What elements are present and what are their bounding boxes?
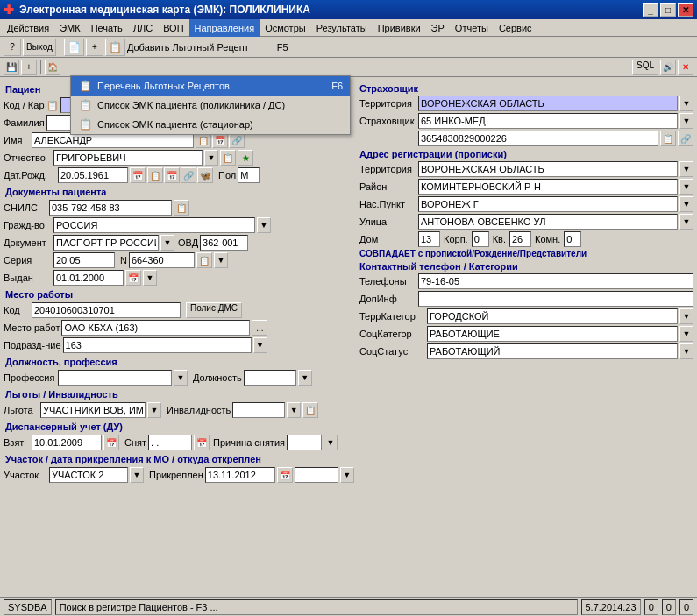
polis-btn1[interactable]: 📋 <box>660 131 676 146</box>
dropdown-item-stacionar[interactable]: 📋 Список ЭМК пациента (стационар) <box>71 115 350 134</box>
rayon-input[interactable] <box>418 179 678 195</box>
add-lgotny-recept-icon[interactable]: 📋 <box>105 39 125 56</box>
komn-input[interactable] <box>564 231 581 247</box>
nas-punkt-input[interactable] <box>418 196 678 212</box>
menu-vop[interactable]: ВОП <box>158 19 188 37</box>
n-btn[interactable]: 📋 <box>196 252 212 268</box>
mesto-extra[interactable]: ... <box>252 320 267 336</box>
rayon-arrow[interactable]: ▼ <box>679 179 693 195</box>
addr-territory-input[interactable] <box>418 161 678 177</box>
snyal-cal[interactable]: 📅 <box>194 435 210 450</box>
dokument-arrow[interactable]: ▼ <box>160 235 174 251</box>
add-button[interactable]: + <box>86 39 103 56</box>
invalidnost-btn[interactable]: 📋 <box>302 402 318 418</box>
terr-kategor-input[interactable] <box>427 308 678 324</box>
otchestvo-input[interactable] <box>53 150 203 166</box>
telefony-input[interactable] <box>418 273 693 289</box>
vydan-arrow[interactable]: ▼ <box>143 270 157 286</box>
uchastok-input[interactable] <box>49 467 128 483</box>
otchestvo-select[interactable]: ▼ <box>204 150 218 166</box>
dom-input[interactable] <box>418 231 440 247</box>
otchestvo-star[interactable]: ★ <box>238 150 253 166</box>
menu-napravleniya[interactable]: Направления <box>189 19 260 37</box>
pol-input[interactable] <box>238 167 260 183</box>
kod-work-input[interactable] <box>32 302 181 318</box>
n-input[interactable] <box>129 252 195 268</box>
terr-kategor-arrow[interactable]: ▼ <box>679 308 693 324</box>
datrodzh-input[interactable] <box>58 167 128 183</box>
prichina-input[interactable] <box>287 435 322 450</box>
uchastok-arrow[interactable]: ▼ <box>130 467 144 483</box>
help-button[interactable]: ? <box>4 39 21 56</box>
otchestvo-icon-btn[interactable]: 📋 <box>220 150 236 166</box>
korp-input[interactable] <box>472 231 489 247</box>
menu-servis[interactable]: Сервис <box>494 19 537 37</box>
prikr-arrow[interactable]: ▼ <box>340 467 354 483</box>
menu-otchety[interactable]: Отчеты <box>450 19 494 37</box>
addr-territory-arrow[interactable]: ▼ <box>679 161 693 177</box>
sql-btn[interactable]: SQL <box>632 60 658 75</box>
ovd-input[interactable] <box>200 235 248 251</box>
plus-btn[interactable]: + <box>21 60 37 75</box>
menu-deystviya[interactable]: Действия <box>2 19 54 37</box>
dolzhnost-input[interactable] <box>244 370 296 386</box>
exit-button[interactable]: Выход <box>23 39 56 56</box>
kv-input[interactable] <box>509 231 531 247</box>
menu-lls[interactable]: ЛЛС <box>128 19 158 37</box>
doc-icon-button[interactable]: 📄 <box>64 39 84 56</box>
soc-status-input[interactable] <box>427 343 678 359</box>
dropdown-item-perechen[interactable]: 📋 Перечень Льготных Рецептов F6 <box>71 76 350 96</box>
ins-territory-input[interactable] <box>418 96 678 111</box>
grazhdanstvo-input[interactable] <box>53 217 255 233</box>
menu-osmotry[interactable]: Осмотры <box>260 19 311 37</box>
polis-dms-btn[interactable]: Полис ДМС <box>186 302 242 318</box>
podrazd-arrow[interactable]: ▼ <box>253 337 267 353</box>
vydan-input[interactable] <box>53 270 124 286</box>
prikr-input[interactable] <box>205 467 275 483</box>
prikr-cal[interactable]: 📅 <box>277 467 293 483</box>
ulitsa-input[interactable] <box>418 214 678 230</box>
home-btn[interactable]: 🏠 <box>45 60 60 75</box>
prikr-extra[interactable] <box>295 467 338 483</box>
professiya-arrow[interactable]: ▼ <box>174 370 188 386</box>
drodzh-b3[interactable]: 🔗 <box>181 167 196 183</box>
sound-btn[interactable]: 🔊 <box>660 60 676 75</box>
menu-emk[interactable]: ЭМК <box>54 19 85 37</box>
menu-pechat[interactable]: Печать <box>86 19 128 37</box>
snyal-input[interactable] <box>148 435 192 450</box>
dropdown-item-poli[interactable]: 📋 Список ЭМК пациента (поликлиника / ДС) <box>71 96 350 115</box>
save-btn[interactable]: 💾 <box>4 60 19 75</box>
mesto-input[interactable] <box>61 320 250 336</box>
drodzh-b1[interactable]: 📋 <box>147 167 163 183</box>
menu-privivki[interactable]: Прививки <box>373 19 426 37</box>
polis-input[interactable] <box>418 131 658 146</box>
maximize-button[interactable]: □ <box>660 3 676 17</box>
dopinf-input[interactable] <box>418 291 693 307</box>
menu-er[interactable]: ЭР <box>426 19 450 37</box>
ulitsa-arrow[interactable]: ▼ <box>679 214 693 230</box>
grazhdanstvo-select[interactable]: ▼ <box>257 217 271 233</box>
podrazd-input[interactable] <box>63 337 252 353</box>
polis-btn2[interactable]: 🔗 <box>678 131 693 146</box>
soc-kategor-input[interactable] <box>427 326 678 342</box>
prichina-arrow[interactable]: ▼ <box>324 435 338 450</box>
soc-kategor-arrow[interactable]: ▼ <box>679 326 693 342</box>
strakhovshik-input[interactable] <box>418 113 678 129</box>
close-button[interactable]: ✕ <box>678 3 693 17</box>
n-arrow[interactable]: ▼ <box>214 252 228 268</box>
invalidnost-input[interactable] <box>232 402 285 418</box>
lgota-arrow[interactable]: ▼ <box>147 402 161 418</box>
kod-kar-icon[interactable]: 📋 <box>46 100 59 111</box>
close-x-btn[interactable]: ✕ <box>678 60 693 75</box>
vzyal-input[interactable] <box>32 435 102 450</box>
dolzhnost-arrow[interactable]: ▼ <box>298 370 312 386</box>
ins-territory-arrow[interactable]: ▼ <box>679 96 693 111</box>
drodzh-b4[interactable]: 🦋 <box>197 167 213 183</box>
professiya-input[interactable] <box>58 370 172 386</box>
vzyal-cal[interactable]: 📅 <box>103 435 119 450</box>
snils-btn[interactable]: 📋 <box>174 200 189 216</box>
nas-punkt-arrow[interactable]: ▼ <box>679 196 693 212</box>
drodzh-b2[interactable]: 📅 <box>164 167 180 183</box>
dokument-input[interactable] <box>53 235 159 251</box>
datrodzh-cal[interactable]: 📅 <box>130 167 146 183</box>
